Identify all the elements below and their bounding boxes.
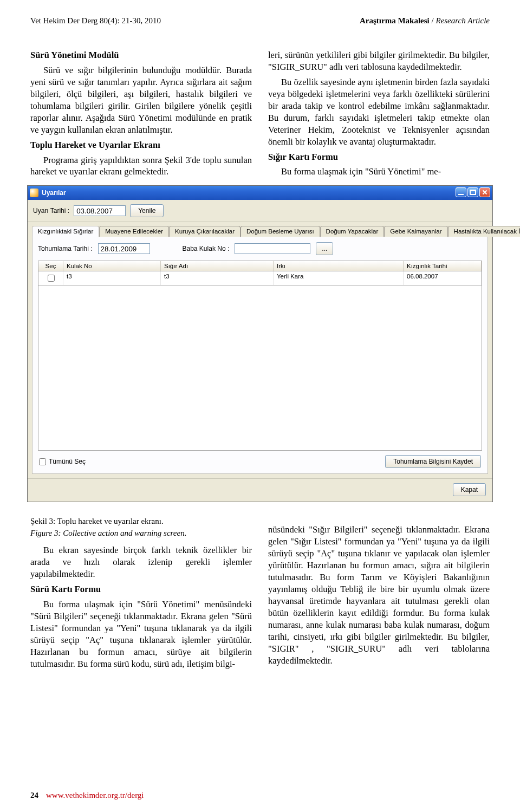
body-text: Bu forma ulaşmak için "Sürü Yönetimi" me… <box>268 166 490 178</box>
body-text: Bu forma ulaşmak için "Sürü Yönetimi" me… <box>30 599 252 670</box>
sire-ear-input[interactable] <box>235 243 310 254</box>
body-text: leri, sürünün yetkilileri gibi bilgiler … <box>268 49 490 73</box>
section-heading: Sürü Yönetimi Modülü <box>30 49 252 61</box>
col-heat-date[interactable]: Kızgınlık Tarihi <box>404 261 482 271</box>
tab-dryoff[interactable]: Kuruya Çıkarılacaklar <box>169 226 240 237</box>
tab-panel: Tohumlama Tarihi : Baba Kulak No : ... S… <box>32 236 488 474</box>
footer-url: www.vethekimder.org.tr/dergi <box>46 791 144 800</box>
select-all-input[interactable] <box>39 458 46 465</box>
maximize-button[interactable] <box>467 187 478 197</box>
figure-caption-en: Figure 3: Collective action and warning … <box>30 528 252 539</box>
col-select[interactable]: Seç <box>38 261 63 271</box>
save-insemination-button[interactable]: Tohumlama Bilgisini Kaydet <box>385 455 481 468</box>
close-button[interactable]: Kapat <box>453 483 486 496</box>
select-all-checkbox[interactable]: Tümünü Seç <box>39 458 86 465</box>
article-type: Araştırma Makalesi / Research Article <box>360 16 490 25</box>
body-text: Sürü ve sığır bilgilerinin bulunduğu mod… <box>30 64 252 136</box>
cell-heat-date: 06.08.2007 <box>404 271 482 285</box>
minimize-button[interactable] <box>456 187 466 197</box>
cell-ear-no: t3 <box>63 271 161 285</box>
figure-caption-tr: Şekil 3: Toplu hareket ve uyarılar ekran… <box>30 516 252 527</box>
col-breed[interactable]: Irkı <box>274 261 404 271</box>
close-icon[interactable] <box>479 187 490 197</box>
insemination-date-input[interactable] <box>98 243 150 254</box>
alert-date-input[interactable] <box>74 205 126 216</box>
tab-heat-cattle[interactable]: Kızgınlıktaki Sığırlar <box>32 226 99 237</box>
row-checkbox-cell[interactable] <box>38 271 63 285</box>
body-text: Bu özellik sayesinde aynı işletmenin bir… <box>268 76 490 148</box>
tab-birth-feed[interactable]: Doğum Besleme Uyarısı <box>240 226 320 237</box>
screenshot-figure: Uyarılar Uyarı Tarihi : Yenile Kızgınlık… <box>27 185 493 502</box>
tab-illness-drugs[interactable]: Hastalıkta Kullanılacak İlaçlar <box>448 226 520 237</box>
subsection-heading: Sığır Kartı Formu <box>268 151 490 163</box>
alert-date-label: Uyarı Tarihi : <box>33 207 69 215</box>
select-all-label: Tümünü Seç <box>49 458 86 465</box>
tab-calving[interactable]: Doğum Yapacaklar <box>320 226 385 237</box>
insemination-date-label: Tohumlama Tarihi : <box>38 245 93 252</box>
app-window: Uyarılar Uyarı Tarihi : Yenile Kızgınlık… <box>27 185 493 502</box>
sire-ear-label: Baba Kulak No : <box>183 245 230 252</box>
subsection-heading: Toplu Hareket ve Uyarılar Ekranı <box>30 139 252 151</box>
window-title: Uyarılar <box>42 189 66 197</box>
body-text: Programa giriş yapıldıktan sonra Şekil 3… <box>30 154 252 178</box>
table-row[interactable]: t3 t3 Yerli Kara 06.08.2007 <box>38 271 482 285</box>
tab-notpregnant[interactable]: Gebe Kalmayanlar <box>384 226 447 237</box>
app-icon <box>30 189 38 197</box>
col-ear-no[interactable]: Kulak No <box>63 261 161 271</box>
grid-header: Seç Kulak No Sığır Adı Irkı Kızgınlık Ta… <box>38 261 482 271</box>
tab-examine[interactable]: Muayene Edilecekler <box>99 226 169 237</box>
refresh-button[interactable]: Yenile <box>130 204 164 217</box>
grid-empty-area <box>38 285 482 451</box>
page-number: 24 <box>30 791 38 800</box>
body-text: nüsündeki "Sığır Bilgileri" seçeneği tık… <box>268 524 490 666</box>
cell-cattle-name: t3 <box>161 271 274 285</box>
col-cattle-name[interactable]: Sığır Adı <box>161 261 274 271</box>
cell-breed: Yerli Kara <box>274 271 404 285</box>
tab-strip: Kızgınlıktaki Sığırlar Muayene Edilecekl… <box>28 222 492 236</box>
subsection-heading: Sürü Kartı Formu <box>30 583 252 595</box>
row-checkbox[interactable] <box>48 275 55 282</box>
body-text: Bu ekran sayesinde birçok farklı teknik … <box>30 544 252 580</box>
journal-citation: Vet Hekim Der Derg 80(4): 21-30, 2010 <box>30 16 161 25</box>
lookup-button[interactable]: ... <box>316 242 333 255</box>
